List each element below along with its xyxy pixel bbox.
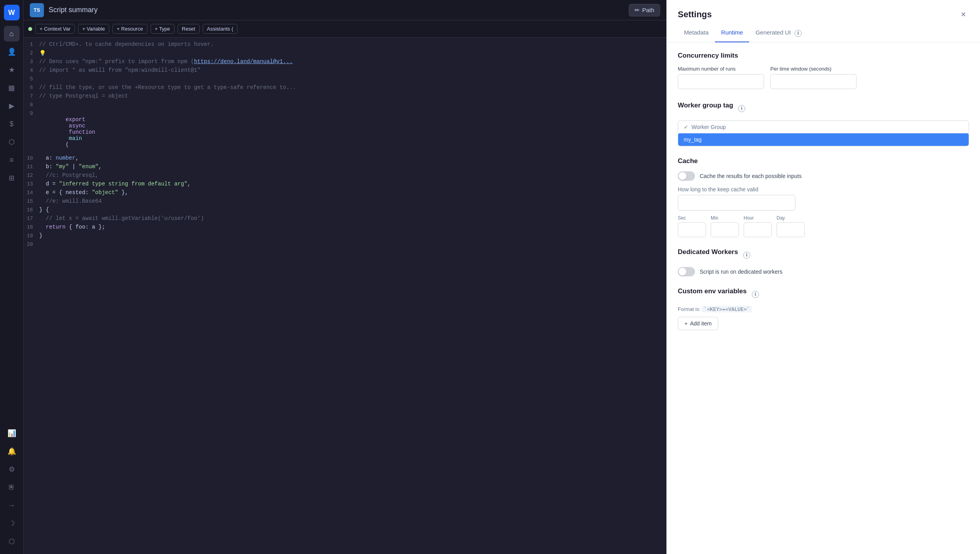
settings-header: Settings × bbox=[667, 0, 980, 21]
cache-section: Cache Cache the results for each possibl… bbox=[678, 157, 969, 237]
code-line-11: 11 b: "my" | "enum", bbox=[24, 163, 666, 172]
status-dot bbox=[28, 27, 32, 31]
min-label: Min bbox=[711, 215, 739, 221]
sidebar-item-folders[interactable]: ⊞ bbox=[4, 170, 20, 186]
code-line-5: 5 bbox=[24, 75, 666, 84]
script-title-input[interactable] bbox=[49, 6, 334, 14]
sidebar-item-github[interactable]: ⬡ bbox=[4, 534, 20, 549]
env-title: Custom env variables bbox=[678, 287, 747, 295]
worker-title-row: Worker group tag ℹ bbox=[678, 102, 969, 116]
code-line-2: 2 💡 bbox=[24, 49, 666, 58]
cache-time-fields: Sec Min Hour Day bbox=[678, 215, 969, 237]
env-title-row: Custom env variables ℹ bbox=[678, 287, 969, 302]
code-editor[interactable]: 1 // Ctrl/CMD+. to cache dependencies on… bbox=[24, 38, 666, 554]
cache-min-field: Min bbox=[711, 215, 739, 237]
topbar: TS ✏ Path bbox=[24, 0, 666, 20]
worker-group-selected-option[interactable]: my_tag bbox=[678, 133, 969, 146]
code-line-3: 3 // Deno uses "npm:" prefix to import f… bbox=[24, 58, 666, 67]
sec-label: Sec bbox=[678, 215, 706, 221]
worker-group-info-icon[interactable]: ℹ bbox=[738, 105, 745, 112]
sidebar: W ⌂ 👤 ★ ▦ ▶ $ ⬡ ≡ ⊞ 📊 🔔 ⚙ ⛨ → ☽ ⬡ bbox=[0, 0, 24, 554]
sidebar-item-forward[interactable]: → bbox=[4, 498, 20, 513]
assistants-button[interactable]: Assistants ( bbox=[203, 24, 238, 34]
tab-runtime[interactable]: Runtime bbox=[715, 26, 750, 42]
close-button[interactable]: × bbox=[958, 8, 969, 21]
code-line-4: 4 // import * as wmill from "npm:windmil… bbox=[24, 67, 666, 75]
sidebar-item-list[interactable]: ≡ bbox=[4, 152, 20, 168]
cache-toggle-label: Cache the results for each possible inpu… bbox=[700, 173, 802, 179]
add-item-button[interactable]: + Add item bbox=[678, 317, 718, 330]
settings-tabs: Metadata Runtime Generated UI ℹ bbox=[667, 21, 980, 42]
dedicated-toggle-label: Script is run on dedicated workers bbox=[700, 269, 782, 275]
settings-content: Concurrency limits Maximum number of run… bbox=[667, 42, 980, 554]
code-line-7: 7 // type Postgresql = object bbox=[24, 93, 666, 101]
dedicated-workers-info-icon[interactable]: ℹ bbox=[743, 252, 750, 259]
settings-title: Settings bbox=[678, 9, 712, 20]
check-icon: ✓ bbox=[684, 124, 688, 130]
cache-sec-field: Sec bbox=[678, 215, 706, 237]
sidebar-item-theme[interactable]: ☽ bbox=[4, 516, 20, 531]
worker-title: Worker group tag bbox=[678, 102, 733, 109]
sidebar-item-run[interactable]: ▶ bbox=[4, 98, 20, 114]
sidebar-item-favorites[interactable]: ★ bbox=[4, 62, 20, 78]
type-button[interactable]: + Type bbox=[151, 24, 174, 34]
cache-min-input[interactable] bbox=[711, 222, 739, 237]
cache-day-input[interactable] bbox=[777, 222, 805, 237]
reset-button[interactable]: Reset bbox=[178, 24, 200, 34]
sidebar-item-users[interactable]: 👤 bbox=[4, 44, 20, 60]
dedicated-title: Dedicated Workers bbox=[678, 248, 738, 256]
cache-title: Cache bbox=[678, 157, 969, 165]
sidebar-item-billing[interactable]: $ bbox=[4, 116, 20, 132]
code-line-13: 13 d = "inferred type string from defaul… bbox=[24, 180, 666, 189]
add-item-label: Add item bbox=[690, 320, 711, 327]
time-window-input[interactable] bbox=[770, 74, 857, 89]
code-line-6: 6 // fill the type, or use the +Resource… bbox=[24, 84, 666, 93]
max-runs-input[interactable] bbox=[678, 74, 764, 89]
code-line-18: 18 return { foo: a }; bbox=[24, 223, 666, 232]
hour-label: Hour bbox=[744, 215, 772, 221]
worker-group-dropdown[interactable]: ✓ Worker Group my_tag bbox=[678, 120, 969, 146]
toolbar: + Context Var + Variable + Resource + Ty… bbox=[24, 20, 666, 38]
resource-button[interactable]: + Resource bbox=[113, 24, 147, 34]
sidebar-item-analytics[interactable]: 📊 bbox=[4, 425, 20, 441]
variable-button[interactable]: + Variable bbox=[78, 24, 109, 34]
worker-group-default-option[interactable]: ✓ Worker Group bbox=[678, 121, 969, 133]
env-format: Format is: `<KEY>=<VALUE>` bbox=[678, 306, 969, 312]
sidebar-item-shield[interactable]: ⛨ bbox=[4, 480, 20, 495]
cache-valid-label: How long to the keep cache valid bbox=[678, 186, 969, 193]
code-line-17: 17 // let x = await wmill.getVariable('u… bbox=[24, 215, 666, 223]
code-line-20: 20 bbox=[24, 241, 666, 249]
code-line-15: 15 //e: wmill.Base64 bbox=[24, 198, 666, 206]
context-var-button[interactable]: + Context Var bbox=[35, 24, 75, 34]
worker-section: Worker group tag ℹ ✓ Worker Group my_tag bbox=[678, 102, 969, 146]
concurrency-section: Concurrency limits Maximum number of run… bbox=[678, 52, 969, 89]
time-window-field: Per time window (seconds) bbox=[770, 66, 857, 89]
add-icon: + bbox=[684, 320, 688, 327]
sidebar-item-settings[interactable]: ⚙ bbox=[4, 461, 20, 477]
tab-metadata[interactable]: Metadata bbox=[678, 26, 715, 42]
path-button[interactable]: ✏ Path bbox=[629, 4, 660, 16]
code-line-10: 10 a: number, bbox=[24, 154, 666, 163]
cache-hour-input[interactable] bbox=[744, 222, 772, 237]
cache-duration-input[interactable] bbox=[678, 195, 795, 211]
cache-toggle-row: Cache the results for each possible inpu… bbox=[678, 171, 969, 181]
app-logo[interactable]: W bbox=[4, 5, 20, 20]
sidebar-item-plugins[interactable]: ⬡ bbox=[4, 134, 20, 150]
max-runs-field: Maximum number of runs bbox=[678, 66, 764, 89]
env-vars-info-icon[interactable]: ℹ bbox=[752, 291, 759, 298]
code-line-12: 12 //c: Postgresql, bbox=[24, 172, 666, 180]
cache-toggle[interactable] bbox=[678, 171, 695, 181]
dedicated-toggle[interactable] bbox=[678, 267, 695, 276]
sidebar-item-dashboard[interactable]: ▦ bbox=[4, 80, 20, 96]
code-line-9: 9 export async function main ( bbox=[24, 110, 666, 154]
dedicated-toggle-row: Script is run on dedicated workers bbox=[678, 267, 969, 276]
time-window-label: Per time window (seconds) bbox=[770, 66, 857, 72]
cache-sec-input[interactable] bbox=[678, 222, 706, 237]
sidebar-item-home[interactable]: ⌂ bbox=[4, 26, 20, 42]
generated-ui-info-icon[interactable]: ℹ bbox=[795, 30, 802, 37]
sidebar-item-notifications[interactable]: 🔔 bbox=[4, 443, 20, 459]
cache-hour-field: Hour bbox=[744, 215, 772, 237]
concurrency-title: Concurrency limits bbox=[678, 52, 969, 60]
tab-generated-ui[interactable]: Generated UI ℹ bbox=[749, 26, 808, 42]
day-label: Day bbox=[777, 215, 805, 221]
